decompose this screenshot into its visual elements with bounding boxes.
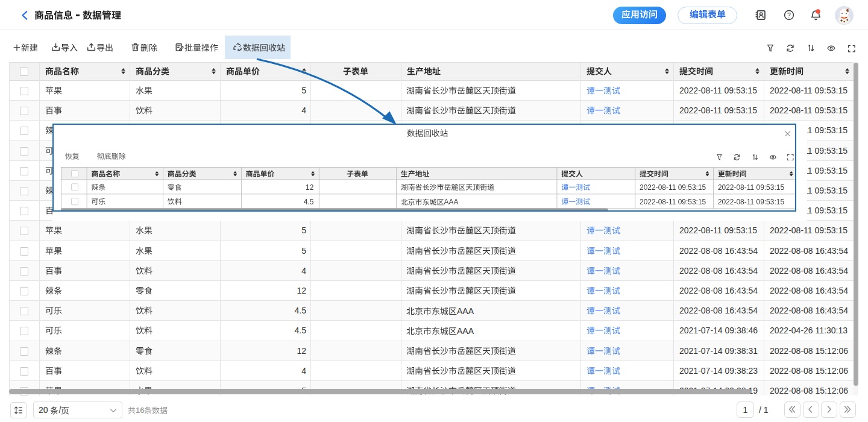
svg-text:?: ? bbox=[787, 11, 791, 19]
